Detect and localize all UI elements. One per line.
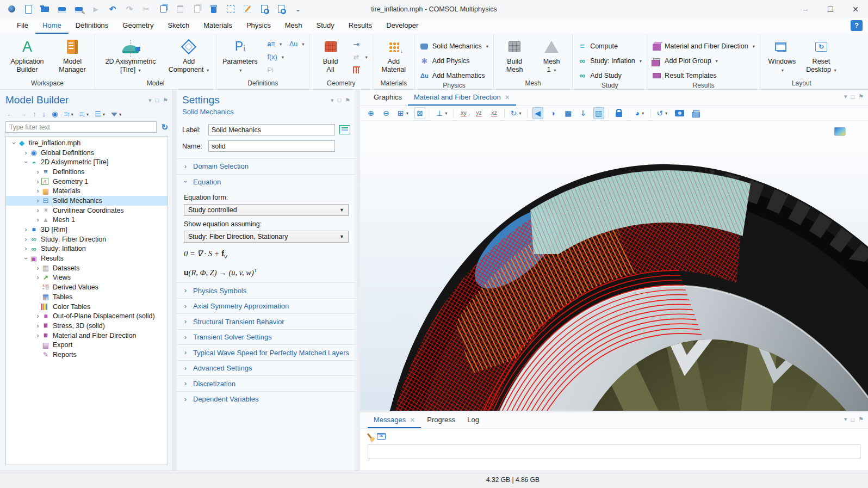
parameters-button[interactable]: Pᵢ Parameters▾ [220, 36, 261, 76]
chevron-icon[interactable]: › [34, 169, 41, 175]
tree-view-icon[interactable] [95, 110, 101, 118]
expand-all-icon[interactable] [64, 110, 69, 118]
minimize-button[interactable]: – [793, 0, 818, 18]
open-file-icon[interactable] [40, 4, 50, 14]
maximize-button[interactable]: ☐ [818, 0, 843, 18]
chevron-icon[interactable]: › [34, 332, 41, 339]
view-xy-button[interactable]: xy [458, 107, 469, 119]
detach-icon[interactable]: □ [851, 416, 854, 423]
back-icon[interactable] [7, 110, 14, 118]
appearance-icon[interactable]: ◕▾ [634, 107, 646, 119]
detach-icon[interactable]: □ [155, 97, 159, 103]
add-material-button[interactable]: Add Material [376, 36, 411, 76]
section-discretization[interactable]: ›Discretization [177, 375, 356, 391]
chevron-icon[interactable]: › [34, 197, 41, 204]
open-log-table-icon[interactable]: ✉ [377, 433, 386, 440]
rebuild-button[interactable]: ⇄▾ [350, 51, 369, 63]
chevron-icon[interactable]: › [34, 323, 41, 329]
go-to-default-view-icon[interactable]: ⇓ [578, 107, 589, 119]
tree-item-datasets[interactable]: ›Datasets [6, 263, 168, 273]
copy-icon[interactable] [158, 4, 168, 14]
filter-icon[interactable] [111, 110, 117, 118]
menu-tab-physics[interactable]: Physics [239, 18, 278, 34]
chevron-icon[interactable]: › [34, 217, 41, 223]
rename-icon[interactable] [339, 125, 350, 134]
chevron-icon[interactable]: › [22, 236, 29, 243]
add-mathematics-button[interactable]: ΔuAdd Mathematics [418, 70, 490, 81]
tree-item-study-inflation[interactable]: ›Study: Inflation [6, 244, 168, 254]
tree-item-study-fiber-direction[interactable]: ›Study: Fiber Direction [6, 234, 168, 244]
chevron-icon[interactable]: › [22, 245, 29, 252]
zoom-box-icon[interactable]: ⊞▾ [396, 107, 410, 119]
color-legend-icon[interactable]: ▥ [593, 107, 604, 119]
chevron-icon[interactable]: › [34, 188, 41, 194]
run-icon[interactable] [91, 4, 101, 14]
snapshot-icon[interactable] [673, 107, 686, 119]
clear-selection-icon[interactable] [243, 4, 252, 14]
chevron-icon[interactable]: › [34, 178, 41, 185]
messages-tab-log[interactable]: Log [461, 412, 485, 428]
chevron-down-icon[interactable]: ▾ [71, 112, 73, 117]
chevron-icon[interactable]: › [23, 159, 29, 166]
label-input[interactable] [208, 124, 335, 135]
tree-item-mesh-1[interactable]: ›Mesh 1 [6, 215, 168, 225]
reset-desktop-button[interactable]: Reset Desktop ▾ [803, 36, 840, 76]
tree-item-views[interactable]: ›Views [6, 273, 168, 283]
delete-sequence-button[interactable] [350, 64, 369, 76]
name-input[interactable] [208, 140, 335, 152]
update-solution-button[interactable]: Δu▾ [288, 38, 306, 50]
section-equation[interactable]: › Equation [177, 174, 356, 190]
view-yz-button[interactable]: yz [474, 107, 485, 119]
build-mesh-button[interactable]: Build Mesh [497, 36, 532, 76]
pin-icon[interactable]: ⚑ [858, 416, 864, 423]
find-icon[interactable] [259, 4, 269, 14]
grid-icon[interactable]: ▦ [563, 107, 574, 119]
add-physics-button[interactable]: ✱Add Physics [418, 55, 490, 66]
scene-light-icon[interactable]: ◑ [548, 107, 559, 119]
toolbar-overflow-icon[interactable] [293, 4, 303, 14]
tree-item-tables[interactable]: Tables [6, 292, 168, 302]
update-icon[interactable]: ↺▾ [655, 107, 669, 119]
menu-tab-results[interactable]: Results [342, 18, 379, 34]
messages-tab-progress[interactable]: Progress [421, 412, 461, 428]
menu-tab-developer[interactable]: Developer [379, 18, 425, 34]
add-component-button[interactable]: Add Component ▾ [165, 36, 213, 76]
menu-tab-file[interactable]: File [10, 18, 35, 34]
variables-button[interactable]: a=▾ [266, 38, 286, 50]
tree-item-export[interactable]: Export [6, 340, 168, 350]
graphics-tab-material-and-fiber-direction[interactable]: Material and Fiber Direction✕ [408, 90, 516, 106]
app-logo-icon[interactable] [7, 4, 16, 14]
view-cube-icon[interactable] [834, 127, 845, 135]
section-typical-wave-speed-for-perfectly-matched-layers[interactable]: ›Typical Wave Speed for Perfectly Matche… [177, 344, 356, 360]
tree-item-materials[interactable]: ›Materials [6, 186, 168, 196]
chevron-icon[interactable]: › [34, 313, 41, 319]
chevron-down-icon[interactable]: ▾ [844, 93, 847, 100]
model-manager-button[interactable]: Model Manager [53, 36, 91, 76]
tree-item-geometry-1[interactable]: ›Geometry 1 [6, 177, 168, 187]
material-and-fiber-direction-dropdown[interactable]: Material and Fiber Direction▾ [650, 40, 757, 52]
zoom-out-icon[interactable]: ⊖ [381, 107, 392, 119]
redo-icon[interactable] [125, 4, 134, 14]
forward-icon[interactable] [20, 110, 27, 118]
chevron-down-icon[interactable]: ▾ [103, 112, 105, 117]
chevron-icon[interactable]: › [23, 255, 29, 262]
tree-item-curvilinear-coordinates[interactable]: ›Curvilinear Coordinates [6, 206, 168, 215]
close-icon[interactable]: ✕ [410, 416, 415, 424]
functions-button[interactable]: f(x)▾ [266, 51, 286, 63]
move-down-icon[interactable] [42, 110, 46, 118]
clear-log-icon[interactable] [367, 433, 372, 438]
find-replace-icon[interactable] [276, 4, 286, 14]
compute-button[interactable]: =Compute [576, 40, 643, 52]
section-axial-symmetry-approximation[interactable]: ›Axial Symmetry Approximation [177, 298, 356, 314]
menu-tab-definitions[interactable]: Definitions [69, 18, 116, 34]
zoom-in-icon[interactable]: ⊕ [365, 107, 376, 119]
menu-tab-study[interactable]: Study [309, 18, 342, 34]
chevron-down-icon[interactable]: ▾ [86, 112, 89, 117]
tree-item-results[interactable]: ›Results [6, 254, 168, 263]
messages-log-area[interactable] [368, 444, 860, 459]
chevron-icon[interactable]: › [22, 150, 29, 156]
chevron-icon[interactable]: › [11, 139, 17, 146]
cut-icon[interactable] [141, 4, 151, 14]
view-orientation-icon[interactable]: ⊥▾ [435, 107, 449, 119]
result-templates-button[interactable]: Result Templates [650, 70, 757, 81]
